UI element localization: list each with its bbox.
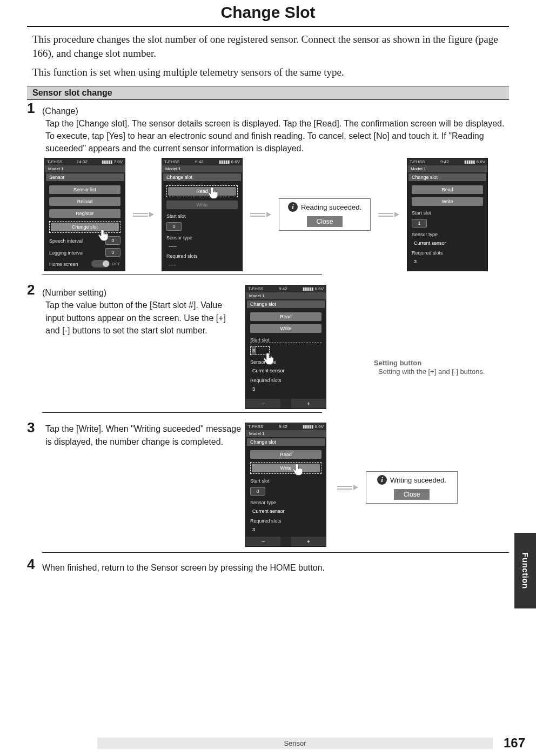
model-label: Model 1: [246, 292, 326, 299]
arrow-icon: [378, 212, 399, 217]
home-screen-toggle[interactable]: OFF: [91, 260, 120, 267]
status-time: 9:42: [440, 159, 449, 164]
required-slots-label: Required slots: [412, 250, 483, 256]
change-slot-button[interactable]: Change slot: [51, 223, 119, 231]
minus-button[interactable]: −: [246, 537, 280, 546]
panel-title: Change slot: [408, 173, 486, 181]
write-button[interactable]: Write: [412, 197, 483, 206]
required-slots-value: 3: [414, 259, 483, 264]
required-slots-value: 3: [252, 527, 321, 532]
home-screen-label: Home screen: [49, 262, 78, 267]
sensor-type-value: Current sensor: [252, 368, 321, 373]
note-body: Setting with the [+] and [-] buttons.: [378, 367, 509, 377]
step-divider: [42, 275, 322, 275]
reading-succeeded-dialog: i Reading suceeded. Close: [279, 198, 371, 231]
step-2: (Number setting) Tap the value button of…: [27, 282, 509, 419]
start-slot-value[interactable]: 8: [252, 346, 256, 355]
start-slot-value[interactable]: 1: [412, 219, 427, 228]
write-button-disabled: Write: [166, 200, 238, 209]
required-slots-label: Required slots: [166, 253, 238, 259]
sensor-type-value: -----: [169, 244, 238, 249]
screen-write: T-FHSS 9:42 ▮▮▮▮▮ 6.6V Model 1 Change sl…: [245, 423, 326, 547]
logging-interval-value[interactable]: 0: [105, 248, 120, 257]
status-time: 14:32: [77, 159, 88, 164]
step1-screens: T-FHSS 14:32 ▮▮▮▮▮ 7.0V Model 1 Sensor S…: [44, 158, 509, 271]
page-number: 167: [493, 735, 536, 751]
required-slots-label: Required slots: [250, 378, 321, 383]
step1-name: (Change): [42, 106, 509, 116]
status-model: T-FHSS: [248, 286, 263, 291]
intro-paragraph-1: This procedure changes the slot number o…: [32, 32, 504, 60]
status-model: T-FHSS: [248, 424, 263, 429]
model-label: Model 1: [162, 165, 242, 172]
status-time: 9:42: [195, 159, 204, 164]
write-button[interactable]: Write: [250, 324, 321, 333]
minus-button[interactable]: −: [246, 399, 280, 409]
start-slot-label: Start slot: [250, 478, 321, 484]
info-icon: i: [288, 202, 298, 212]
note-heading: Setting button: [374, 359, 509, 367]
change-slot-highlight: Change slot: [49, 221, 120, 233]
arrow-icon: [337, 485, 358, 490]
sensor-type-label: Sensor type: [166, 235, 238, 240]
section-heading: Sensor slot change: [27, 86, 509, 99]
required-slots-value: 3: [252, 386, 321, 392]
step3-body: Tap the [Write]. When "Writing suceeded"…: [45, 423, 242, 447]
speech-interval-value[interactable]: 0: [105, 236, 120, 245]
step2-body: Tap the value button of the [Start slot …: [45, 299, 242, 337]
start-slot-value[interactable]: 0: [166, 222, 182, 231]
close-button[interactable]: Close: [307, 216, 343, 227]
status-model: T-FHSS: [47, 159, 62, 164]
page-title: Change Slot: [27, 3, 509, 22]
step-3: Tap the [Write]. When "Writing suceeded"…: [27, 419, 509, 556]
step-1: (Change) Tap the [Change slot]. The sens…: [27, 100, 509, 282]
sensor-type-label: Sensor type: [250, 500, 321, 505]
info-icon: i: [377, 475, 387, 485]
register-button[interactable]: Register: [49, 209, 120, 218]
status-time: 9:42: [279, 424, 287, 429]
plus-button[interactable]: +: [291, 537, 326, 546]
status-battery: ▮▮▮▮▮ 6.6V: [219, 159, 240, 164]
dialog-message: Writing suceeded.: [390, 476, 446, 484]
panel-title: Change slot: [247, 438, 325, 446]
dialog-message: Reading suceeded.: [301, 203, 361, 211]
step1-body: Tap the [Change slot]. The sensor detail…: [45, 117, 509, 155]
start-slot-label: Start slot: [166, 213, 238, 219]
section-tab: Function: [514, 533, 536, 608]
sensor-list-button[interactable]: Sensor list: [49, 185, 120, 194]
required-slots-value: -----: [169, 262, 238, 267]
sensor-type-label: Sensor type: [412, 232, 483, 237]
status-model: T-FHSS: [410, 159, 425, 164]
title-rule: [27, 26, 509, 27]
reload-button[interactable]: Reload: [49, 197, 120, 206]
arrow-icon: [250, 212, 271, 217]
read-button[interactable]: Read: [250, 450, 321, 459]
status-battery: ▮▮▮▮▮ 6.6V: [303, 424, 324, 429]
model-label: Model 1: [407, 165, 487, 172]
read-button[interactable]: Read: [412, 185, 483, 194]
read-button[interactable]: Read: [250, 312, 321, 321]
screen-start-slot-edit: T-FHSS 9:42 ▮▮▮▮▮ 6.6V Model 1 Change sl…: [245, 285, 326, 409]
sensor-type-label: Sensor type: [250, 359, 321, 365]
model-label: Model 1: [246, 430, 326, 437]
write-button[interactable]: Write: [252, 464, 320, 472]
page-footer: Sensor 167: [0, 735, 536, 751]
read-highlight: Read: [166, 185, 238, 197]
model-label: Model 1: [45, 165, 125, 172]
footer-section-label: Sensor: [97, 738, 493, 749]
panel-title: Change slot: [247, 300, 325, 308]
screen-sensor-menu: T-FHSS 14:32 ▮▮▮▮▮ 7.0V Model 1 Sensor S…: [44, 158, 125, 271]
speech-interval-label: Speech interval: [49, 238, 83, 244]
read-button[interactable]: Read: [168, 187, 236, 196]
step2-name: (Number setting): [42, 288, 242, 298]
start-slot-label: Start slot: [250, 337, 321, 343]
screen-change-slot-populated: T-FHSS 9:42 ▮▮▮▮▮ 6.6V Model 1 Change sl…: [407, 158, 488, 271]
plus-button[interactable]: +: [291, 399, 326, 409]
intro-paragraph-2: This function is set when using multiple…: [32, 65, 504, 79]
panel-title: Change slot: [163, 173, 241, 181]
start-slot-value[interactable]: 8: [250, 487, 265, 496]
required-slots-label: Required slots: [250, 518, 321, 524]
close-button[interactable]: Close: [394, 489, 430, 500]
step-divider: [42, 552, 509, 553]
status-time: 9:42: [279, 286, 287, 291]
